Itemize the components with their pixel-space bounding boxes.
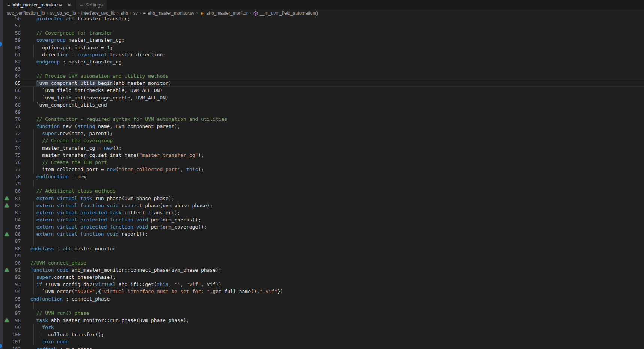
chevron-right-icon: › [130, 11, 131, 16]
code-line[interactable]: 63 [0, 65, 644, 72]
code-text: // Additional class methods [21, 188, 116, 194]
code-line[interactable]: 74 master_transfer_cg = new(); [0, 144, 644, 152]
code-line[interactable]: 62 endgroup : master_transfer_cg [0, 58, 644, 65]
code-text: extern virtual task run_phase(uvm_phase … [21, 196, 175, 201]
code-line[interactable]: 59 covergroup master_transfer_cg; [0, 36, 644, 44]
line-number: 86 [11, 231, 21, 237]
code-line[interactable]: 78 endfunction : new [0, 173, 644, 180]
verification-marker-icon[interactable] [3, 230, 11, 238]
tab-settings[interactable]: ≡ Settings [76, 0, 107, 9]
line-number: 89 [11, 253, 21, 259]
breadcrumb-item[interactable]: ≡ahb_master_monitor.sv [143, 11, 195, 16]
line-number: 88 [11, 246, 21, 251]
line-number: 56 [11, 17, 21, 21]
code-line[interactable]: 98 task ahb_master_monitor::run_phase(uv… [0, 317, 644, 324]
code-line[interactable]: 75 master_transfer_cg.set_inst_name("mas… [0, 152, 644, 159]
indent-guide [33, 180, 34, 187]
code-line[interactable]: 100 collect_transfer(); [0, 331, 644, 338]
line-number: 90 [11, 260, 21, 266]
code-text: covergroup master_transfer_cg; [21, 37, 124, 43]
line-number: 71 [11, 123, 21, 129]
code-line[interactable]: 66 `uvm_field_int(checks_enable, UVM_ALL… [0, 87, 644, 94]
code-line[interactable]: 72 super.new(name, parent); [0, 130, 644, 137]
code-line[interactable]: 83 extern virtual protected task collect… [0, 209, 644, 216]
code-line[interactable]: 73 // Create the covergroup [0, 137, 644, 144]
glyph-margin [3, 144, 11, 152]
verification-marker-icon[interactable] [3, 195, 11, 202]
code-line[interactable]: 60 option.per_instance = 1; [0, 44, 644, 51]
code-line[interactable]: 79 [0, 180, 644, 187]
symbol-class-icon [200, 11, 205, 16]
code-line[interactable]: 81 extern virtual task run_phase(uvm_pha… [0, 195, 644, 202]
code-line[interactable]: 97 // UVM run() phase [0, 310, 644, 317]
code-text: endfunction : connect_phase [21, 296, 110, 302]
breadcrumb-item[interactable]: soc_verification_lib [7, 11, 45, 16]
line-number: 93 [11, 281, 21, 287]
code-line[interactable]: 94 `uvm_error("NOVIF",{"virtual interfac… [0, 288, 644, 295]
glyph-margin [3, 65, 11, 72]
line-number: 92 [11, 274, 21, 280]
code-line[interactable]: 89 [0, 252, 644, 259]
code-line[interactable]: 91function void ahb_master_monitor::conn… [0, 266, 644, 274]
breadcrumb-item[interactable]: __m_uvm_field_automation() [253, 11, 318, 16]
glyph-margin [3, 302, 11, 310]
code-line[interactable]: 86 extern virtual function void report()… [0, 230, 644, 238]
code-line[interactable]: 70 // Constructor - required syntax for … [0, 116, 644, 123]
code-line[interactable]: 61 direction : coverpoint transfer.direc… [0, 51, 644, 58]
code-line[interactable]: 68 `uvm_component_utils_end [0, 101, 644, 108]
code-line[interactable]: 92 super.connect_phase(phase); [0, 274, 644, 281]
code-line[interactable]: 93 if (!uvm_config_db#(virtual ahb_if)::… [0, 281, 644, 288]
code-line[interactable]: 56 protected ahb_transfer transfer; [0, 17, 644, 22]
verification-marker-icon[interactable] [3, 317, 11, 324]
code-line[interactable]: 88endclass : ahb_master_monitor [0, 245, 644, 252]
glyph-margin [3, 108, 11, 116]
breadcrumb-item[interactable]: sv_cb_ex_lib [50, 11, 76, 16]
code-line[interactable]: 77 item_collected_port = new("item_colle… [0, 166, 644, 173]
code-line[interactable]: 71 function new (string name, uvm_compon… [0, 123, 644, 130]
glyph-margin [3, 152, 11, 159]
code-line[interactable]: 67 `uvm_field_int(coverage_enable, UVM_A… [0, 94, 644, 101]
chevron-right-icon: › [250, 11, 251, 16]
code-line[interactable]: 82 extern virtual function void connect_… [0, 202, 644, 209]
breadcrumb-item[interactable]: ahb [121, 11, 128, 16]
glyph-margin [3, 44, 11, 51]
line-number: 85 [11, 224, 21, 230]
code-line[interactable]: 65 `uvm_component_utils_begin(ahb_master… [0, 80, 644, 87]
code-line[interactable]: 58 // Covergroup for transfer [0, 29, 644, 36]
breadcrumb-label: ahb_master_monitor [207, 11, 248, 16]
line-number: 102 [11, 346, 21, 349]
code-line[interactable]: 101 join_none [0, 338, 644, 345]
breadcrumb-item[interactable]: ahb_master_monitor [200, 11, 248, 16]
verification-marker-icon[interactable] [3, 202, 11, 209]
tab-ahb-master-monitor[interactable]: ≡ ahb_master_monitor.sv × [3, 0, 75, 9]
code-line[interactable]: 84 extern virtual protected function voi… [0, 216, 644, 223]
code-line[interactable]: 69 [0, 108, 644, 116]
breadcrumb-label: sv_cb_ex_lib [50, 11, 76, 16]
code-text: protected ahb_transfer transfer; [21, 17, 130, 21]
code-line[interactable]: 85 extern virtual protected function voi… [0, 223, 644, 230]
code-line[interactable]: 87 [0, 238, 644, 245]
code-text: super.new(name, parent); [21, 131, 113, 136]
code-line[interactable]: 57 [0, 22, 644, 29]
file-lines-icon: ≡ [7, 2, 10, 7]
breadcrumb-item[interactable]: interface_uvc_lib [81, 11, 115, 16]
code-line[interactable]: 80 // Additional class methods [0, 187, 644, 194]
breadcrumb-item[interactable]: sv [133, 11, 138, 16]
line-number: 83 [11, 210, 21, 215]
glyph-margin [3, 345, 11, 349]
code-line[interactable]: 96 [0, 302, 644, 310]
code-line[interactable]: 64 // Provide UVM automation and utility… [0, 72, 644, 80]
verification-marker-icon[interactable] [3, 266, 11, 274]
close-icon[interactable]: × [68, 2, 71, 8]
glyph-margin [3, 252, 11, 259]
line-number: 78 [11, 174, 21, 179]
code-line[interactable]: 95endfunction : connect_phase [0, 295, 644, 302]
glyph-margin [3, 137, 11, 144]
glyph-margin [3, 22, 11, 29]
code-line[interactable]: 99 fork [0, 324, 644, 331]
code-line[interactable]: 90//UVM connect_phase [0, 259, 644, 266]
glyph-margin [3, 259, 11, 266]
code-line[interactable]: 102 endtask : run_phase [0, 345, 644, 349]
code-line[interactable]: 76 // Create the TLM port [0, 159, 644, 166]
code-editor[interactable]: 56 protected ahb_transfer transfer;5758 … [0, 17, 644, 349]
